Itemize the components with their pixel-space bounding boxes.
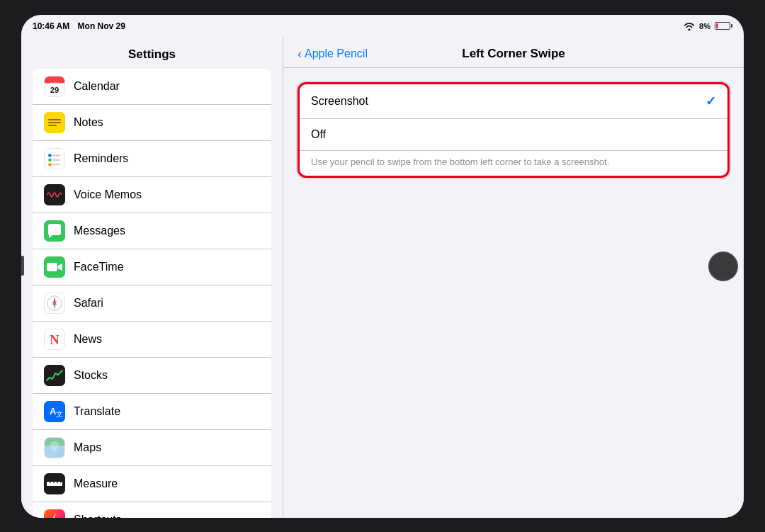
stocks-icon xyxy=(44,365,65,386)
svg-rect-7 xyxy=(48,119,61,120)
facetime-label: FaceTime xyxy=(74,261,124,273)
main-content: Settings 29 NOV Cale xyxy=(21,38,744,518)
news-label: News xyxy=(74,333,102,346)
back-label: Apple Pencil xyxy=(305,47,368,60)
status-bar: 10:46 AM Mon Nov 29 8% xyxy=(21,15,744,38)
svg-rect-12 xyxy=(52,154,60,156)
measure-label: Measure xyxy=(74,477,118,490)
sidebar-item-news[interactable]: N News xyxy=(33,322,271,358)
translate-label: Translate xyxy=(74,405,120,418)
sidebar: Settings 29 NOV Cale xyxy=(21,38,283,518)
svg-rect-39 xyxy=(47,482,62,486)
voicememos-label: Voice Memos xyxy=(74,188,142,201)
svg-rect-16 xyxy=(52,164,60,165)
messages-icon xyxy=(44,220,65,242)
time: 10:46 AM xyxy=(33,21,69,31)
battery-percent: 8% xyxy=(699,22,710,30)
svg-rect-42 xyxy=(57,480,58,483)
svg-point-15 xyxy=(48,163,52,166)
svg-rect-9 xyxy=(48,125,57,126)
sidebar-item-safari[interactable]: Safari xyxy=(33,285,271,322)
wifi-icon xyxy=(684,22,695,30)
svg-rect-20 xyxy=(47,263,57,271)
sidebar-item-facetime[interactable]: FaceTime xyxy=(33,249,271,285)
translate-icon: A 文 xyxy=(44,401,65,422)
side-button xyxy=(21,256,24,276)
sidebar-item-reminders[interactable]: Reminders xyxy=(33,141,271,177)
battery-icon xyxy=(715,22,732,30)
hint-text: Use your pencil to swipe from the bottom… xyxy=(300,151,727,176)
sidebar-item-notes[interactable]: Notes xyxy=(33,105,271,141)
svg-rect-8 xyxy=(48,122,61,123)
svg-text:文: 文 xyxy=(56,410,63,418)
notes-icon xyxy=(44,112,65,133)
news-icon: N xyxy=(44,329,65,350)
sidebar-item-voicememos[interactable]: Voice Memos xyxy=(33,177,271,213)
option-off[interactable]: Off xyxy=(300,119,727,151)
svg-text:NOV: NOV xyxy=(50,81,59,86)
safari-label: Safari xyxy=(74,297,103,310)
svg-point-13 xyxy=(48,158,52,162)
calendar-icon: 29 NOV xyxy=(44,76,65,97)
notes-label: Notes xyxy=(74,116,103,129)
svg-text:29: 29 xyxy=(50,86,59,94)
sidebar-item-maps[interactable]: Maps xyxy=(33,430,271,466)
screenshot-checkmark: ✓ xyxy=(706,94,716,109)
shortcuts-label: Shortcuts xyxy=(74,514,122,518)
chevron-left-icon: ‹ xyxy=(298,47,302,60)
svg-rect-37 xyxy=(45,453,64,458)
right-panel: ‹ Apple Pencil Left Corner Swipe Screens… xyxy=(283,38,744,518)
page-title: Left Corner Swipe xyxy=(462,47,565,61)
date: Mon Nov 29 xyxy=(78,21,125,31)
off-label: Off xyxy=(311,128,326,141)
status-right: 8% xyxy=(684,22,732,30)
status-left: 10:46 AM Mon Nov 29 xyxy=(33,21,125,31)
sidebar-item-measure[interactable]: Measure xyxy=(33,466,271,502)
right-header: ‹ Apple Pencil Left Corner Swipe xyxy=(283,38,744,68)
svg-rect-43 xyxy=(60,481,62,483)
calendar-label: Calendar xyxy=(74,80,120,93)
sidebar-item-translate[interactable]: A 文 Translate xyxy=(33,394,271,430)
sidebar-title: Settings xyxy=(21,38,283,69)
svg-rect-10 xyxy=(45,149,64,169)
safari-icon xyxy=(44,293,65,314)
sidebar-item-shortcuts[interactable]: Shortcuts xyxy=(33,502,271,518)
svg-rect-40 xyxy=(50,480,51,483)
device-frame: 10:46 AM Mon Nov 29 8% Settings xyxy=(21,15,744,518)
sidebar-section-apps: 29 NOV Calendar xyxy=(33,69,271,518)
svg-rect-41 xyxy=(53,481,55,483)
facetime-icon xyxy=(44,256,65,278)
measure-icon xyxy=(44,473,65,494)
voicememos-icon xyxy=(44,184,65,205)
back-button[interactable]: ‹ Apple Pencil xyxy=(298,47,368,60)
reminders-label: Reminders xyxy=(74,152,128,165)
reminders-icon xyxy=(44,148,65,169)
shortcuts-icon xyxy=(44,509,65,518)
sidebar-item-calendar[interactable]: 29 NOV Calendar xyxy=(33,69,271,105)
sidebar-item-messages[interactable]: Messages xyxy=(33,213,271,249)
screenshot-label: Screenshot xyxy=(311,95,368,108)
option-screenshot[interactable]: Screenshot ✓ xyxy=(300,84,727,119)
svg-rect-14 xyxy=(52,159,60,160)
home-button[interactable] xyxy=(708,251,738,281)
sidebar-item-stocks[interactable]: Stocks xyxy=(33,358,271,394)
messages-label: Messages xyxy=(74,225,125,237)
svg-text:N: N xyxy=(50,332,60,346)
maps-label: Maps xyxy=(74,441,101,454)
maps-icon xyxy=(44,437,65,458)
stocks-label: Stocks xyxy=(74,369,108,382)
options-card: Screenshot ✓ Off Use your pencil to swip… xyxy=(298,82,730,178)
svg-point-11 xyxy=(48,154,52,157)
svg-rect-17 xyxy=(44,184,65,205)
